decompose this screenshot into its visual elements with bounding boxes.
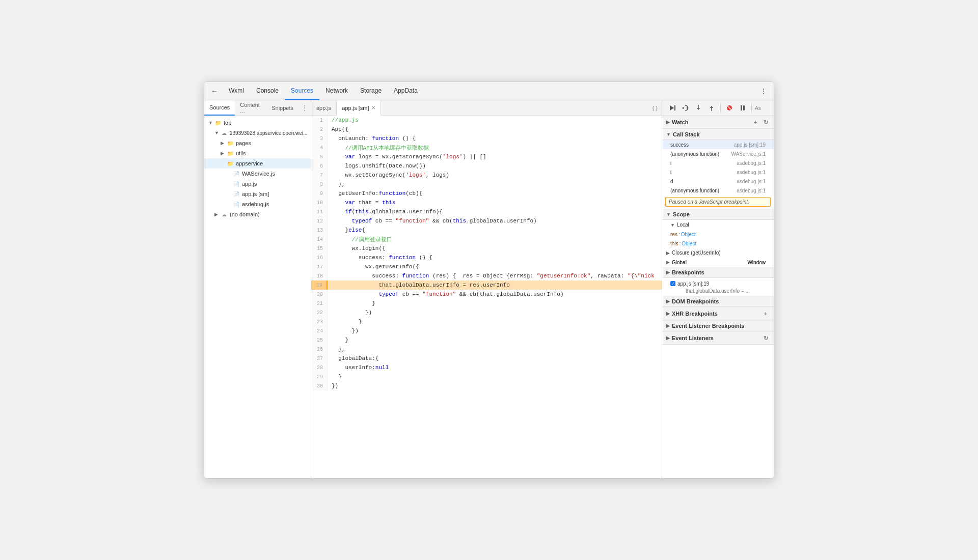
line-content-20: typeof cb == "function" && cb(that.globa…	[328, 290, 662, 299]
line-content-14: //调用登录接口	[328, 235, 662, 244]
watch-refresh-button[interactable]: ↻	[762, 118, 770, 126]
breakpoint-item-0[interactable]: ✓ app.js [sm]:19 that.globalData.userInf…	[662, 278, 774, 296]
xhr-bp-arrow: ▶	[666, 311, 670, 316]
call-stack-item-0[interactable]: success app.js [sm]:19	[662, 140, 774, 149]
closure-header[interactable]: ▶ Closure (getUserInfo)	[662, 248, 774, 258]
scope-res[interactable]: res : Object	[662, 230, 774, 239]
tab-storage[interactable]: Storage	[354, 82, 388, 100]
event-listeners-refresh-button[interactable]: ↻	[762, 334, 770, 342]
tree-item-asdebug[interactable]: 📄 asdebug.js	[204, 199, 311, 209]
bp-checkbox-0[interactable]: ✓	[670, 281, 675, 286]
code-line-24: 24 })	[311, 326, 662, 335]
cs-name-4: d	[670, 179, 735, 184]
code-line-22: 22 })	[311, 308, 662, 317]
scope-res-val: Object	[681, 232, 696, 237]
code-line-28: 28 userInfo:null	[311, 363, 662, 372]
scope-header[interactable]: ▼ Scope	[662, 209, 774, 220]
breakpoints-header[interactable]: ▶ Breakpoints	[662, 267, 774, 278]
line-number-26: 26	[311, 345, 328, 354]
dom-breakpoints-header[interactable]: ▶ DOM Breakpoints	[662, 296, 774, 307]
tab-network[interactable]: Network	[319, 82, 354, 100]
code-line-27: 27 globalData:{	[311, 354, 662, 363]
tab-sources-files[interactable]: Sources	[204, 100, 235, 116]
code-editor: 1 //app.js 2 App({ 3 onLaunch: function …	[311, 116, 662, 478]
code-line-8: 8 },	[311, 180, 662, 189]
tree-item-pages[interactable]: ▶ 📁 pages	[204, 138, 311, 148]
call-stack-arrow: ▼	[666, 132, 671, 137]
event-listener-bp-header[interactable]: ▶ Event Listener Breakpoints	[662, 321, 774, 331]
sources-tabs-more[interactable]: ⋮	[298, 104, 311, 111]
tab-sources[interactable]: Sources	[285, 82, 319, 100]
svg-marker-5	[697, 108, 700, 110]
tree-item-appjs[interactable]: 📄 app.js	[204, 179, 311, 189]
code-line-20: 20 typeof cb == "function" && cb(that.gl…	[311, 290, 662, 299]
call-stack-item-2[interactable]: i asdebug.js:1	[662, 158, 774, 167]
step-over-button[interactable]	[680, 102, 691, 114]
code-line-11: 11 if(this.globalData.userInfo){	[311, 207, 662, 216]
format-button[interactable]: { }	[648, 105, 662, 111]
tree-item-waservice[interactable]: 📄 WAService.js	[204, 169, 311, 179]
local-header[interactable]: ▼ Local	[662, 220, 774, 230]
code-tab-appjs-sm[interactable]: app.js [sm] ✕	[337, 100, 381, 116]
code-tab-appjs[interactable]: app.js	[311, 100, 337, 116]
global-row[interactable]: ▶ Global Window	[662, 258, 774, 267]
watch-add-button[interactable]: +	[751, 118, 759, 126]
file-icon-appjs-sm: 📄	[233, 190, 240, 198]
back-button[interactable]: ←	[208, 85, 221, 97]
xhr-bp-label: XHR Breakpoints	[672, 311, 718, 317]
breakpoints-arrow: ▶	[666, 270, 670, 275]
line-number-5: 5	[311, 152, 328, 161]
pause-exceptions-button[interactable]	[737, 102, 748, 114]
line-content-12: typeof cb == "function" && cb(this.globa…	[328, 216, 662, 226]
line-content-1: //app.js	[328, 116, 662, 125]
event-listeners-section: ▶ Event Listeners ↻	[662, 332, 774, 345]
call-stack-item-4[interactable]: d asdebug.js:1	[662, 177, 774, 186]
watch-actions: + ↻	[751, 118, 770, 126]
xhr-add-button[interactable]: +	[762, 310, 770, 318]
resume-button[interactable]	[666, 102, 677, 114]
event-listeners-header[interactable]: ▶ Event Listeners ↻	[662, 332, 774, 345]
sources-tabs: Sources Content ... Snippets ⋮	[204, 100, 311, 116]
devtools-window: ← Wxml Console Sources Network Storage A…	[204, 81, 774, 479]
deactivate-breakpoints-button[interactable]	[724, 102, 735, 114]
code-tab-appjs-label: app.js	[316, 105, 331, 111]
tab-console[interactable]: Console	[250, 82, 285, 100]
call-stack-item-3[interactable]: i asdebug.js:1	[662, 167, 774, 177]
line-number-27: 27	[311, 354, 328, 363]
tab-snippets[interactable]: Snippets	[266, 100, 298, 116]
code-line-18: 18 success: function (res) { res = Objec…	[311, 271, 662, 281]
debug-separator-2	[751, 104, 752, 112]
code-line-25: 25 }	[311, 335, 662, 345]
code-tab-close[interactable]: ✕	[371, 105, 375, 110]
call-stack-item-1[interactable]: (anonymous function) WAService.js:1	[662, 149, 774, 158]
xhr-breakpoints-section: ▶ XHR Breakpoints +	[662, 307, 774, 321]
code-line-10: 10 var that = this	[311, 198, 662, 207]
tree-item-top[interactable]: ▼ 📁 top	[204, 118, 311, 128]
tree-item-appservice-folder[interactable]: 📁 appservice	[204, 158, 311, 169]
more-button[interactable]: ⋮	[757, 85, 770, 97]
tree-item-no-domain[interactable]: ▶ ☁ (no domain)	[204, 209, 311, 219]
code-line-19: 19 that.globalData.userInfo = res.userIn…	[311, 281, 662, 290]
call-stack-header[interactable]: ▼ Call Stack	[662, 129, 774, 140]
tab-appdata[interactable]: AppData	[388, 82, 424, 100]
tree-item-utils[interactable]: ▶ 📁 utils	[204, 148, 311, 158]
line-number-17: 17	[311, 262, 328, 271]
file-icon-waservice: 📄	[233, 170, 240, 177]
event-listener-bp-arrow: ▶	[666, 323, 670, 328]
watch-section: ▶ Watch + ↻	[662, 116, 774, 129]
tab-content[interactable]: Content ...	[235, 100, 266, 116]
tree-item-appjs-sm[interactable]: 📄 app.js [sm]	[204, 189, 311, 199]
line-content-25: }	[328, 335, 662, 345]
tree-item-appservice-root[interactable]: ▼ ☁ 239393028.appservice.open.wei...	[204, 128, 311, 138]
code-line-5: 5 var logs = wx.getStorageSync('logs') |…	[311, 152, 662, 161]
xhr-breakpoints-header[interactable]: ▶ XHR Breakpoints +	[662, 307, 774, 320]
tab-wxml[interactable]: Wxml	[223, 82, 250, 100]
step-into-button[interactable]	[693, 102, 704, 114]
line-number-20: 20	[311, 290, 328, 299]
scope-this[interactable]: this : Object	[662, 239, 774, 248]
code-tab-appjs-sm-label: app.js [sm]	[342, 105, 369, 111]
debug-separator	[720, 104, 721, 112]
call-stack-item-5[interactable]: (anonymous function) asdebug.js:1	[662, 186, 774, 195]
step-out-button[interactable]	[706, 102, 717, 114]
watch-section-header[interactable]: ▶ Watch + ↻	[662, 116, 774, 129]
